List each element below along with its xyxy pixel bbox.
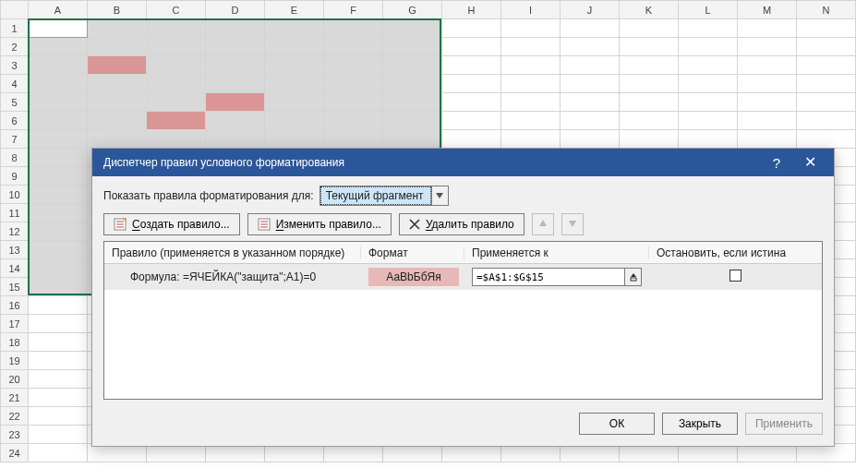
- row-header[interactable]: 24: [1, 444, 29, 462]
- cell[interactable]: [561, 56, 620, 75]
- cell[interactable]: [29, 130, 88, 149]
- cell[interactable]: [265, 56, 324, 75]
- cell[interactable]: [206, 38, 265, 56]
- cell[interactable]: [620, 75, 679, 93]
- row-header[interactable]: 15: [1, 278, 29, 296]
- row-header[interactable]: 10: [1, 186, 29, 204]
- cell[interactable]: [324, 112, 383, 130]
- cell[interactable]: [620, 93, 679, 112]
- apply-button[interactable]: Применить: [745, 413, 823, 435]
- cell[interactable]: [265, 130, 324, 149]
- cell[interactable]: [561, 19, 620, 38]
- column-header[interactable]: L: [679, 1, 738, 19]
- cell[interactable]: [679, 130, 738, 149]
- cell[interactable]: [679, 75, 738, 93]
- cell[interactable]: [88, 75, 147, 93]
- cell[interactable]: [206, 130, 265, 149]
- column-header[interactable]: G: [383, 1, 442, 19]
- cell[interactable]: [265, 19, 324, 38]
- cell[interactable]: [29, 222, 88, 241]
- column-header[interactable]: A: [29, 1, 88, 19]
- cell[interactable]: [88, 19, 147, 38]
- cell[interactable]: [561, 75, 620, 93]
- cell[interactable]: [442, 75, 501, 93]
- dialog-titlebar[interactable]: Диспетчер правил условного форматировани…: [92, 149, 834, 176]
- cell[interactable]: [88, 130, 147, 149]
- edit-rule-button[interactable]: Изменить правило...: [247, 213, 392, 235]
- cell[interactable]: [29, 370, 88, 389]
- cell[interactable]: [620, 38, 679, 56]
- cell[interactable]: [620, 112, 679, 130]
- column-header[interactable]: D: [206, 1, 265, 19]
- cell[interactable]: [324, 130, 383, 149]
- cell[interactable]: [147, 19, 206, 38]
- cell[interactable]: [561, 112, 620, 130]
- cell[interactable]: [679, 93, 738, 112]
- delete-rule-button[interactable]: Удалить правило: [399, 213, 524, 235]
- cell[interactable]: [442, 38, 501, 56]
- cell[interactable]: [383, 75, 442, 93]
- close-dialog-button[interactable]: Закрыть: [662, 413, 738, 435]
- cell[interactable]: [29, 75, 88, 93]
- cell[interactable]: [738, 75, 797, 93]
- cell[interactable]: [797, 56, 856, 75]
- row-header[interactable]: 8: [1, 149, 29, 167]
- cell[interactable]: [620, 19, 679, 38]
- scope-combo[interactable]: Текущий фрагмент: [319, 186, 449, 206]
- cell[interactable]: [797, 19, 856, 38]
- column-header[interactable]: H: [442, 1, 501, 19]
- cell[interactable]: [383, 38, 442, 56]
- row-header[interactable]: 1: [1, 19, 29, 38]
- row-header[interactable]: 19: [1, 352, 29, 370]
- row-header[interactable]: 21: [1, 389, 29, 407]
- cell[interactable]: [442, 19, 501, 38]
- cell[interactable]: [29, 352, 88, 370]
- cell[interactable]: [738, 19, 797, 38]
- column-header[interactable]: N: [797, 1, 856, 19]
- row-header[interactable]: 18: [1, 333, 29, 352]
- cell[interactable]: [561, 130, 620, 149]
- cell[interactable]: [501, 19, 561, 38]
- cell[interactable]: [501, 56, 561, 75]
- cell[interactable]: [147, 112, 206, 130]
- cell[interactable]: [442, 112, 501, 130]
- select-all-corner[interactable]: [1, 1, 29, 19]
- row-header[interactable]: 7: [1, 130, 29, 149]
- row-header[interactable]: 14: [1, 259, 29, 278]
- cell[interactable]: [265, 93, 324, 112]
- cell[interactable]: [324, 19, 383, 38]
- cell[interactable]: [29, 38, 88, 56]
- cell[interactable]: [206, 93, 265, 112]
- cell[interactable]: [383, 112, 442, 130]
- collapse-dialog-icon[interactable]: [624, 269, 641, 285]
- applies-to-input[interactable]: [473, 269, 624, 285]
- cell[interactable]: [29, 112, 88, 130]
- cell[interactable]: [29, 259, 88, 278]
- cell[interactable]: [88, 93, 147, 112]
- cell[interactable]: [324, 38, 383, 56]
- cell[interactable]: [442, 93, 501, 112]
- row-header[interactable]: 5: [1, 93, 29, 112]
- row-header[interactable]: 12: [1, 222, 29, 241]
- rule-row[interactable]: Формула: =ЯЧЕЙКА("защита";A1)=0 АаВbБбЯя: [104, 264, 822, 290]
- cell[interactable]: [147, 38, 206, 56]
- row-header[interactable]: 22: [1, 407, 29, 426]
- new-rule-button[interactable]: Создать правило...: [103, 213, 240, 235]
- row-header[interactable]: 11: [1, 204, 29, 222]
- cell[interactable]: [324, 56, 383, 75]
- row-header[interactable]: 9: [1, 167, 29, 186]
- cell[interactable]: [501, 130, 561, 149]
- cell[interactable]: [679, 112, 738, 130]
- cell[interactable]: [29, 315, 88, 333]
- cell[interactable]: [501, 75, 561, 93]
- cell[interactable]: [324, 75, 383, 93]
- cell[interactable]: [29, 426, 88, 444]
- cell[interactable]: [620, 56, 679, 75]
- cell[interactable]: [29, 241, 88, 259]
- row-header[interactable]: 13: [1, 241, 29, 259]
- ok-button[interactable]: ОК: [579, 413, 655, 435]
- stop-if-true-checkbox[interactable]: [729, 270, 741, 282]
- cell[interactable]: [206, 19, 265, 38]
- cell[interactable]: [206, 56, 265, 75]
- cell[interactable]: [797, 75, 856, 93]
